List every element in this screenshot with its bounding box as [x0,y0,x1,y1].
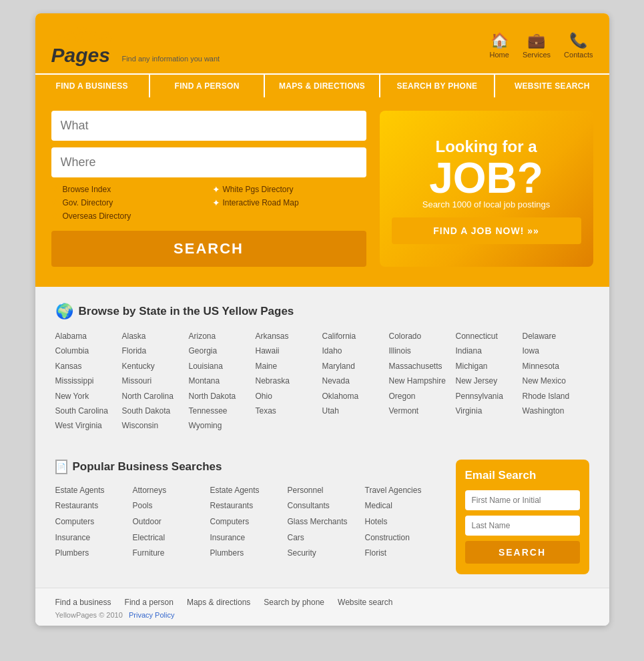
state-link[interactable]: Maryland [322,360,389,373]
popular-link[interactable]: Cars [288,531,365,546]
state-link[interactable]: Nebraska [256,374,322,388]
footer-link[interactable]: Maps & directions [187,598,250,607]
email-first-name-input[interactable] [465,490,580,510]
popular-link[interactable]: Furniture [133,546,210,561]
state-link[interactable]: New Jersey [456,374,523,388]
state-link[interactable]: Kentucky [122,360,189,373]
state-link[interactable]: North Carolina [122,390,189,403]
overseas-dir-link[interactable]: ★ Overseas Directory [51,211,206,221]
popular-link[interactable]: Estate Agents [55,484,133,498]
popular-link[interactable]: Restaurants [55,499,133,514]
state-link[interactable]: Nevada [322,374,389,388]
popular-link[interactable]: Restaurants [210,499,288,514]
browse-index-link[interactable]: ★ Browse Index [51,184,206,195]
what-input[interactable] [51,111,366,141]
nav-find-person[interactable]: FIND A PERSON [150,75,265,97]
state-link[interactable] [256,419,322,432]
where-input[interactable] [51,147,366,177]
state-link[interactable]: Pennsylvania [456,390,523,403]
popular-link[interactable]: Electrical [133,531,210,546]
state-link[interactable]: Louisiana [189,360,256,373]
search-button[interactable]: SEARCH [51,231,366,267]
state-link[interactable]: Massachusetts [389,360,456,373]
popular-link[interactable]: Hotels [365,515,442,530]
popular-link[interactable]: Construction [365,531,442,546]
state-link[interactable] [456,419,523,432]
state-link[interactable]: Florida [122,344,189,358]
nav-search-phone[interactable]: SEARCH BY PHONE [380,75,495,97]
state-link[interactable]: Minnesota [523,360,589,373]
footer-link[interactable]: Find a person [125,598,174,607]
state-link[interactable]: Arizona [189,329,256,343]
state-link[interactable]: Wisconsin [122,419,189,432]
popular-link[interactable]: Security [288,546,365,561]
state-link[interactable]: Vermont [389,404,456,418]
popular-link[interactable]: Florist [365,546,442,561]
nav-home[interactable]: 🏠 Home [490,32,509,59]
state-link[interactable]: South Carolina [55,404,122,418]
popular-link[interactable]: Plumbers [210,546,288,561]
popular-link[interactable]: Glass Merchants [288,515,365,530]
state-link[interactable]: New Mexico [523,374,589,388]
state-link[interactable]: Iowa [523,344,589,358]
state-link[interactable]: Columbia [55,344,122,358]
nav-website-search[interactable]: WEBSITE SEARCH [495,75,609,97]
footer-link[interactable]: Find a business [55,598,111,607]
popular-link[interactable]: Medical [365,499,442,514]
state-link[interactable]: Virginia [456,404,523,418]
state-link[interactable]: Georgia [189,344,256,358]
nav-contacts[interactable]: 📞 Contacts [564,32,593,59]
state-link[interactable]: Illinois [389,344,456,358]
popular-link[interactable]: Computers [210,515,288,530]
state-link[interactable]: Delaware [523,329,589,343]
state-link[interactable]: North Dakota [189,390,256,403]
state-link[interactable]: Michigan [456,360,523,373]
state-link[interactable] [389,419,456,432]
email-last-name-input[interactable] [465,516,580,536]
state-link[interactable]: South Dakota [122,404,189,418]
state-link[interactable]: California [322,329,389,343]
road-map-link[interactable]: ✦ Interactive Road Map [212,197,366,208]
popular-link[interactable]: Estate Agents [210,484,288,498]
state-link[interactable]: Mississippi [55,374,122,388]
state-link[interactable]: Oregon [389,390,456,403]
state-link[interactable]: Colorado [389,329,456,343]
state-link[interactable]: Rhode Island [523,390,589,403]
state-link[interactable]: Texas [256,404,322,418]
popular-link[interactable]: Attorneys [133,484,210,498]
popular-link[interactable]: Plumbers [55,546,133,561]
popular-link[interactable]: Personnel [288,484,365,498]
state-link[interactable] [523,419,589,432]
state-link[interactable]: Missouri [122,374,189,388]
popular-link[interactable]: Computers [55,515,133,530]
email-search-button[interactable]: SEARCH [465,541,580,564]
state-link[interactable]: New York [55,390,122,403]
state-link[interactable]: Connecticut [456,329,523,343]
state-link[interactable]: Ohio [256,390,322,403]
popular-link[interactable]: Consultants [288,499,365,514]
nav-maps[interactable]: MAPS & DIRECTIONS [265,75,380,97]
state-link[interactable]: Maine [256,360,322,373]
state-link[interactable]: Wyoming [189,419,256,432]
popular-link[interactable]: Outdoor [133,515,210,530]
state-link[interactable] [322,419,389,432]
state-link[interactable]: New Hampshire [389,374,456,388]
find-job-button[interactable]: FIND A JOB NOW! »» [392,217,581,244]
popular-link[interactable]: Pools [133,499,210,514]
popular-link[interactable]: Insurance [55,531,133,546]
state-link[interactable]: Alaska [122,329,189,343]
state-link[interactable]: Alabama [55,329,122,343]
nav-services[interactable]: 💼 Services [523,32,551,59]
privacy-policy-link[interactable]: Privacy Policy [129,611,174,619]
state-link[interactable]: Washington [523,404,589,418]
state-link[interactable]: Indiana [456,344,523,358]
footer-link[interactable]: Website search [338,598,392,607]
state-link[interactable]: Hawaii [256,344,322,358]
footer-link[interactable]: Search by phone [264,598,324,607]
gov-dir-link[interactable]: ★ Gov. Directory [51,197,206,208]
state-link[interactable]: Idaho [322,344,389,358]
state-link[interactable]: Kansas [55,360,122,373]
state-link[interactable]: Tennessee [189,404,256,418]
popular-link[interactable]: Insurance [210,531,288,546]
state-link[interactable]: West Virginia [55,419,122,432]
